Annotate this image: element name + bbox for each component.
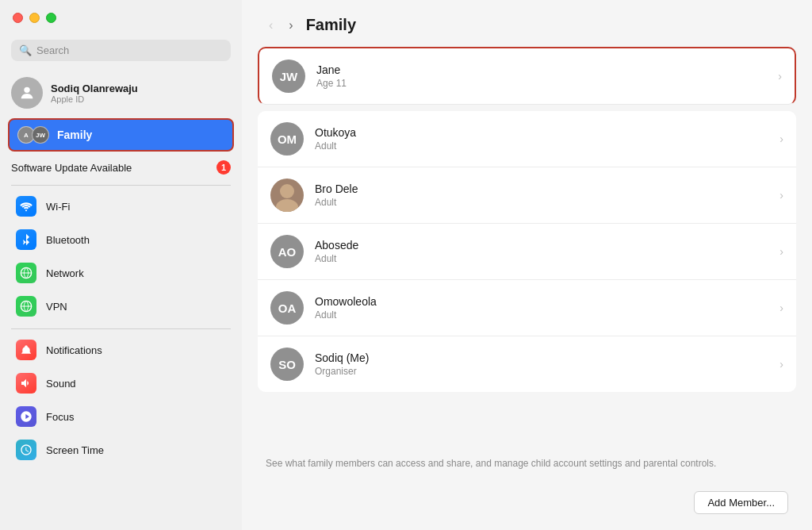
- main-header: ‹ › Family: [242, 0, 812, 47]
- member-name-jane: Jane: [316, 63, 767, 76]
- sidebar-item-bluetooth[interactable]: Bluetooth: [5, 224, 237, 255]
- screentime-label: Screen Time: [46, 444, 104, 456]
- member-info-abosede: Abosede Adult: [315, 239, 768, 264]
- bluetooth-label: Bluetooth: [46, 234, 90, 246]
- footer-actions: Add Member...: [242, 482, 812, 530]
- sidebar: 🔍 Search Sodiq Olanrewaju Apple ID A JW …: [0, 0, 242, 530]
- sidebar-item-screentime[interactable]: Screen Time: [5, 434, 237, 466]
- member-avatar-sodiq: SO: [270, 348, 304, 381]
- sidebar-item-network[interactable]: Network: [5, 257, 237, 289]
- member-row-sodiq[interactable]: SO Sodiq (Me) Organiser ›: [258, 336, 796, 392]
- family-list: JW Jane Age 11 › OM Otukoya Adult ›: [242, 47, 812, 445]
- member-role-omowoleola: Adult: [315, 309, 768, 321]
- forward-button[interactable]: ›: [285, 17, 296, 34]
- sound-icon: [16, 373, 36, 394]
- wifi-label: Wi-Fi: [46, 201, 70, 213]
- sidebar-item-family[interactable]: A JW Family: [8, 118, 234, 152]
- vpn-icon: [16, 296, 36, 317]
- software-update-label: Software Update Available: [11, 162, 209, 174]
- window-controls: [13, 13, 56, 23]
- member-row-brodele[interactable]: Bro Dele Adult ›: [258, 167, 796, 224]
- minimize-button[interactable]: [29, 13, 40, 23]
- sidebar-divider-1: [11, 185, 231, 186]
- back-button[interactable]: ‹: [266, 17, 276, 34]
- sidebar-item-sound[interactable]: Sound: [5, 367, 237, 399]
- svg-point-6: [280, 184, 294, 198]
- member-role-jane: Age 11: [316, 78, 767, 89]
- member-info-brodele: Bro Dele Adult: [315, 182, 768, 208]
- svg-point-7: [276, 199, 298, 212]
- sidebar-item-focus[interactable]: Focus: [5, 401, 237, 432]
- member-info-otukoya: Otukoya Adult: [315, 126, 768, 152]
- member-name-brodele: Bro Dele: [315, 182, 768, 195]
- member-row-jane[interactable]: JW Jane Age 11 ›: [258, 47, 796, 105]
- sidebar-item-vpn[interactable]: VPN: [5, 290, 237, 322]
- member-row-omowoleola[interactable]: OA Omowoleola Adult ›: [258, 280, 796, 336]
- network-label: Network: [46, 267, 84, 279]
- screentime-icon: [16, 440, 36, 460]
- chevron-icon-brodele: ›: [779, 189, 783, 202]
- member-avatar-otukoya: OM: [270, 122, 304, 156]
- member-info-jane: Jane Age 11: [316, 63, 767, 89]
- main-content: ‹ › Family JW Jane Age 11 › OM Otukoya A…: [242, 0, 812, 530]
- member-info-omowoleola: Omowoleola Adult: [315, 295, 768, 321]
- close-button[interactable]: [13, 13, 23, 23]
- member-name-sodiq: Sodiq (Me): [315, 351, 768, 364]
- member-avatar-omowoleola: OA: [270, 291, 304, 325]
- member-row-otukoya[interactable]: OM Otukoya Adult ›: [258, 111, 796, 167]
- footnote: See what family members can access and s…: [242, 445, 812, 482]
- notifications-label: Notifications: [46, 344, 102, 356]
- member-avatar-abosede: AO: [270, 235, 304, 268]
- member-avatar-jane: JW: [272, 60, 305, 93]
- family-avatars: A JW: [17, 126, 49, 144]
- sidebar-divider-2: [11, 328, 231, 329]
- chevron-icon-sodiq: ›: [779, 358, 783, 371]
- member-group: OM Otukoya Adult › Bro Dele Adult: [258, 111, 796, 392]
- avatar: [11, 77, 43, 109]
- focus-label: Focus: [46, 411, 74, 423]
- family-label: Family: [57, 129, 92, 141]
- bluetooth-icon: [16, 229, 36, 250]
- sidebar-item-software-update[interactable]: Software Update Available 1: [0, 155, 242, 180]
- member-role-brodele: Adult: [315, 197, 768, 208]
- update-badge: 1: [216, 160, 231, 175]
- vpn-label: VPN: [46, 301, 67, 313]
- member-row-abosede[interactable]: AO Abosede Adult ›: [258, 224, 796, 280]
- sidebar-item-notifications[interactable]: Notifications: [5, 334, 237, 366]
- add-member-button[interactable]: Add Member...: [694, 491, 788, 514]
- member-role-abosede: Adult: [315, 253, 768, 264]
- family-avatar-2: JW: [32, 126, 49, 144]
- member-name-otukoya: Otukoya: [315, 126, 768, 139]
- member-name-omowoleola: Omowoleola: [315, 295, 768, 308]
- member-role-sodiq: Organiser: [315, 366, 768, 377]
- member-avatar-brodele: [270, 179, 304, 212]
- member-name-abosede: Abosede: [315, 239, 768, 252]
- chevron-icon-omowoleola: ›: [779, 301, 783, 314]
- chevron-icon-abosede: ›: [779, 245, 783, 258]
- notifications-icon: [16, 340, 36, 360]
- user-info: Sodiq Olanrewaju Apple ID: [51, 83, 138, 104]
- search-icon: 🔍: [19, 44, 32, 56]
- chevron-icon-jane: ›: [778, 70, 782, 83]
- maximize-button[interactable]: [46, 13, 56, 23]
- sound-label: Sound: [46, 378, 76, 390]
- search-bar[interactable]: 🔍 Search: [11, 40, 231, 61]
- sidebar-item-wifi[interactable]: Wi-Fi: [5, 190, 237, 222]
- focus-icon: [16, 406, 36, 427]
- svg-point-1: [25, 209, 27, 211]
- user-profile[interactable]: Sodiq Olanrewaju Apple ID: [0, 71, 242, 118]
- user-name: Sodiq Olanrewaju: [51, 83, 138, 94]
- wifi-icon: [16, 196, 36, 217]
- chevron-icon-otukoya: ›: [779, 132, 783, 145]
- member-info-sodiq: Sodiq (Me) Organiser: [315, 351, 768, 377]
- page-title: Family: [306, 16, 356, 34]
- svg-point-0: [24, 87, 29, 93]
- network-icon: [16, 263, 36, 283]
- search-placeholder: Search: [36, 44, 69, 56]
- user-subtitle: Apple ID: [51, 94, 138, 104]
- member-role-otukoya: Adult: [315, 140, 768, 152]
